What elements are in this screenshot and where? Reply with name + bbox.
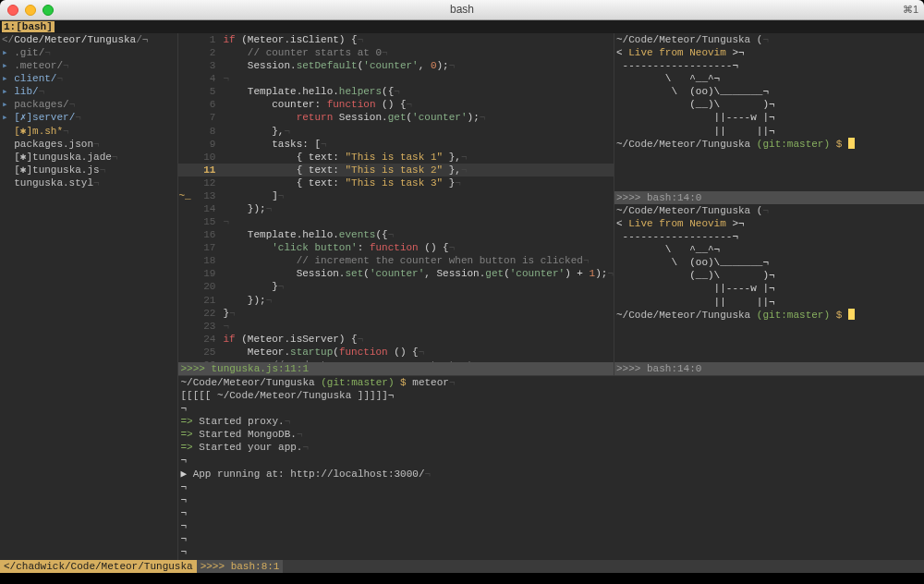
terminal-line: ¬ — [180, 402, 922, 415]
terminal-line: ¬ — [180, 506, 922, 519]
tree-item[interactable]: packages.json¬ — [2, 138, 176, 151]
code-line[interactable]: 10 { text: "This is task 1" },¬ — [178, 151, 614, 164]
code-line[interactable]: 20 }¬ — [178, 280, 614, 293]
tree-item[interactable]: ▸ .git/¬ — [2, 46, 176, 59]
code-line[interactable]: 3 Session.setDefault('counter', 0);¬ — [178, 59, 614, 72]
code-line[interactable]: 15¬ — [178, 215, 614, 228]
bottom-terminal[interactable]: ~/Code/Meteor/Tunguska (git:master) $ me… — [177, 375, 924, 560]
status-mid: >>>> bash:8:1 — [197, 560, 284, 573]
terminal-line: => Started your app.¬ — [180, 441, 922, 454]
code-line[interactable]: 9 tasks: [¬ — [178, 138, 614, 151]
terminal-line: => Started proxy.¬ — [180, 415, 922, 428]
window-title: bash — [0, 3, 924, 17]
terminal-line: ¬ — [180, 532, 922, 545]
terminal-line: [[[[[ ~/Code/Meteor/Tunguska ]]]]]¬ — [180, 389, 922, 402]
right-column: ~/Code/Meteor/Tunguska (¬< Live from Neo… — [614, 33, 924, 375]
code-line[interactable]: 2 // counter starts at 0¬ — [178, 46, 614, 59]
code-editor[interactable]: 1if (Meteor.isClient) {¬2 // counter sta… — [178, 33, 614, 375]
top-row: 1if (Meteor.isClient) {¬2 // counter sta… — [177, 33, 924, 375]
tree-item[interactable]: ▸ client/¬ — [2, 72, 176, 85]
code-line[interactable]: 21 });¬ — [178, 294, 614, 307]
terminal-line: ¬ — [180, 545, 922, 558]
code-line[interactable]: 7 return Session.get('counter');¬ — [178, 111, 614, 124]
tmux-tab[interactable]: 1:[bash] — [2, 21, 55, 32]
titlebar[interactable]: bash ⌘1 — [0, 0, 924, 20]
code-line[interactable]: 22}¬ — [178, 307, 614, 320]
terminal-line: ▶ App running at: http://localhost:3000/… — [180, 468, 922, 481]
editor-statusline: >>>> tunguska.js:11:1 — [178, 362, 614, 375]
terminal-line: ¬ — [180, 493, 922, 506]
tree-item[interactable]: ▸ packages/¬ — [2, 98, 176, 111]
tree-item[interactable]: [✱]tunguska.js¬ — [2, 164, 176, 176]
terminal-line: ¬ — [180, 481, 922, 493]
code-line[interactable]: 14 });¬ — [178, 202, 614, 215]
tree-item[interactable]: [✱]m.sh*¬ — [2, 125, 176, 138]
code-line[interactable]: 18 // increment the counter when button … — [178, 254, 614, 267]
terminal-line: ¬ — [180, 454, 922, 467]
code-line[interactable]: 5 Template.hello.helpers({¬ — [178, 85, 614, 98]
code-line[interactable]: 12 { text: "This is task 3" }¬ — [178, 176, 614, 189]
terminal-line: ¬ — [180, 519, 922, 532]
status-left: </chadwick/Code/Meteor/Tunguska — [0, 560, 197, 573]
tree-item[interactable]: tunguska.styl¬ — [2, 176, 176, 189]
code-line[interactable]: 24if (Meteor.isServer) {¬ — [178, 333, 614, 346]
code-line[interactable]: 17 'click button': function () {¬ — [178, 241, 614, 254]
code-line[interactable]: 8 },¬ — [178, 125, 614, 138]
cursor-icon — [848, 309, 855, 320]
code-line[interactable]: 19 Session.set('counter', Session.get('c… — [178, 267, 614, 280]
file-tree[interactable]: </Code/Meteor/Tunguska/¬ ▸ .git/¬▸ .mete… — [0, 33, 177, 560]
code-line[interactable]: 23¬ — [178, 320, 614, 333]
pane-statusline: >>>> bash:14:0 — [614, 191, 924, 204]
terminal-window: bash ⌘1 1:[bash] </Code/Meteor/Tunguska/… — [0, 0, 924, 584]
tmux-status-top: 1:[bash] — [0, 20, 924, 33]
tree-item[interactable]: [✱]tunguska.jade¬ — [2, 151, 176, 164]
pane-statusline: >>>> bash:14:0 — [614, 362, 924, 375]
code-line[interactable]: ~_13 ]¬ — [178, 189, 614, 202]
tree-item[interactable]: ▸ [✗]server/¬ — [2, 111, 176, 124]
cursor-icon — [848, 138, 855, 149]
global-statusline: </chadwick/Code/Meteor/Tunguska >>>> bas… — [0, 560, 924, 573]
right-pane-2[interactable]: ~/Code/Meteor/Tunguska (¬< Live from Neo… — [614, 204, 924, 375]
terminal-line: ~/Code/Meteor/Tunguska (git:master) $ me… — [180, 376, 922, 389]
workspace: </Code/Meteor/Tunguska/¬ ▸ .git/¬▸ .mete… — [0, 33, 924, 560]
terminal-line: => Started MongoDB.¬ — [180, 428, 922, 441]
window-shortcut: ⌘1 — [903, 3, 918, 16]
tree-header: </Code/Meteor/Tunguska/¬ — [2, 33, 176, 46]
code-line[interactable]: 11 { text: "This is task 2" },¬ — [178, 164, 614, 176]
tree-item[interactable]: ▸ .meteor/¬ — [2, 59, 176, 72]
code-line[interactable]: 16 Template.hello.events({¬ — [178, 228, 614, 241]
main-area: 1if (Meteor.isClient) {¬2 // counter sta… — [177, 33, 924, 560]
code-line[interactable]: 25 Meteor.startup(function () {¬ — [178, 346, 614, 359]
tree-item[interactable]: ▸ lib/¬ — [2, 85, 176, 98]
code-line[interactable]: 6 counter: function () {¬ — [178, 98, 614, 111]
right-pane-1[interactable]: ~/Code/Meteor/Tunguska (¬< Live from Neo… — [614, 33, 924, 204]
code-line[interactable]: 4¬ — [178, 72, 614, 85]
code-line[interactable]: 1if (Meteor.isClient) {¬ — [178, 33, 614, 46]
